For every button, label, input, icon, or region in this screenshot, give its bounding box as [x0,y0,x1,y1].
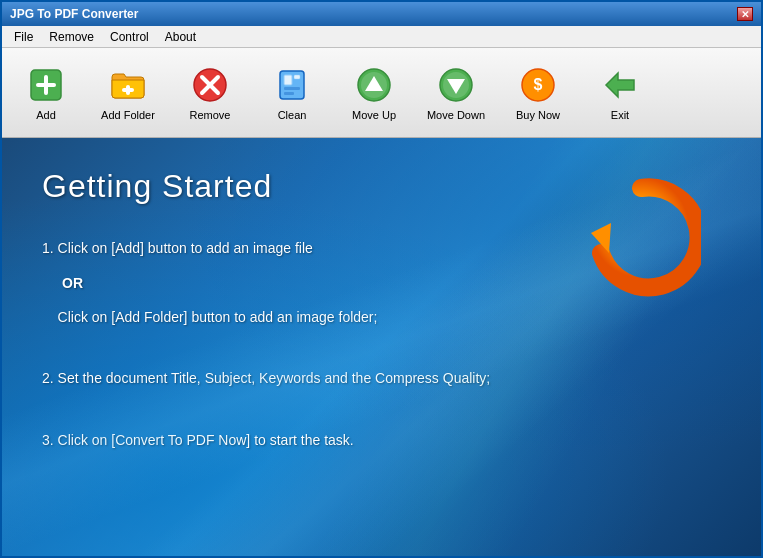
move-down-button[interactable]: Move Down [416,53,496,133]
menu-file[interactable]: File [6,28,41,46]
add-label: Add [36,109,56,121]
buy-now-icon: $ [518,65,558,105]
svg-rect-10 [294,75,300,79]
remove-icon [190,65,230,105]
close-button[interactable]: ✕ [737,7,753,21]
svg-rect-12 [284,92,294,95]
main-content: Getting Started 1. Click on [Add] button… [2,138,761,556]
move-up-button[interactable]: Move Up [334,53,414,133]
step-3: 3. Click on [Convert To PDF Now] to star… [42,427,721,454]
buy-now-label: Buy Now [516,109,560,121]
step-1-text: 1. Click on [Add] button to add an image… [42,240,313,256]
step-2: 2. Set the document Title, Subject, Keyw… [42,365,721,392]
svg-rect-4 [122,88,134,92]
svg-text:$: $ [534,76,543,93]
getting-started-panel: Getting Started 1. Click on [Add] button… [2,138,761,556]
svg-rect-9 [284,75,292,85]
add-icon [26,65,66,105]
window-title: JPG To PDF Converter [10,7,138,21]
logo-icon [581,178,701,298]
add-button[interactable]: Add [6,53,86,133]
move-down-label: Move Down [427,109,485,121]
clean-label: Clean [278,109,307,121]
add-folder-icon [108,65,148,105]
exit-label: Exit [611,109,629,121]
menu-remove[interactable]: Remove [41,28,102,46]
main-window: JPG To PDF Converter ✕ File Remove Contr… [0,0,763,558]
step-3-text: 3. Click on [Convert To PDF Now] to star… [42,432,354,448]
step-1-subtext: Click on [Add Folder] button to add an i… [42,309,377,325]
remove-label: Remove [190,109,231,121]
svg-rect-2 [36,83,56,87]
toolbar: Add Add Folder Remove [2,48,761,138]
menu-about[interactable]: About [157,28,204,46]
menu-bar: File Remove Control About [2,26,761,48]
exit-button[interactable]: Exit [580,53,660,133]
move-up-label: Move Up [352,109,396,121]
clean-icon [272,65,312,105]
buy-now-button[interactable]: $ Buy Now [498,53,578,133]
clean-button[interactable]: Clean [252,53,332,133]
title-bar: JPG To PDF Converter ✕ [2,2,761,26]
move-down-icon [436,65,476,105]
add-folder-label: Add Folder [101,109,155,121]
exit-icon [600,65,640,105]
remove-button[interactable]: Remove [170,53,250,133]
svg-rect-11 [284,87,300,90]
step-1-sub: Click on [Add Folder] button to add an i… [42,304,721,331]
move-up-icon [354,65,394,105]
menu-control[interactable]: Control [102,28,157,46]
add-folder-button[interactable]: Add Folder [88,53,168,133]
svg-marker-21 [606,73,634,97]
step-2-text: 2. Set the document Title, Subject, Keyw… [42,370,490,386]
or-text: OR [62,275,83,291]
